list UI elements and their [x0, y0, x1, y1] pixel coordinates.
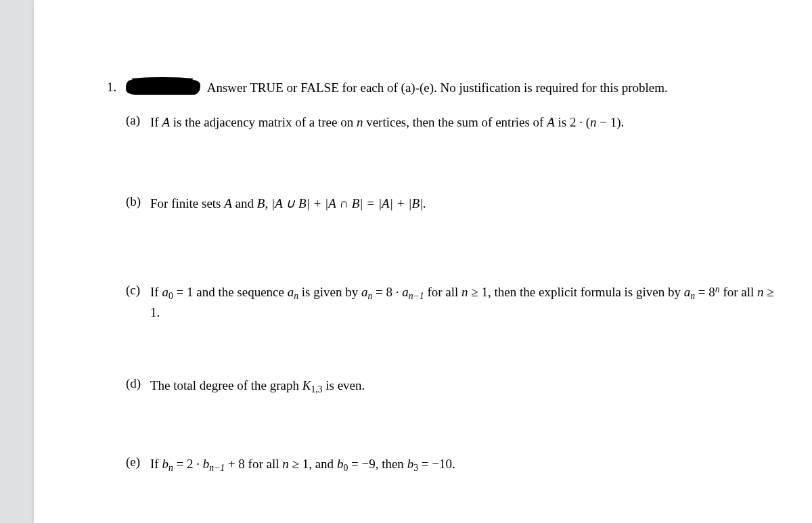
- var-a: a: [288, 285, 294, 299]
- text: ≥ 1, and: [289, 457, 337, 471]
- subpart-label-a: (a): [126, 113, 150, 128]
- redaction-mark: [126, 80, 200, 95]
- text: = 1 and the sequence: [173, 285, 288, 299]
- formula: , |A ∪ B| + |A ∩ B| = |A| + |B|.: [265, 196, 426, 210]
- var-n: n: [461, 285, 468, 299]
- subpart-label-b: (b): [126, 194, 150, 209]
- text: is the adjacency matrix of a tree on: [170, 115, 357, 129]
- var-A: A: [162, 115, 170, 129]
- var-K: K: [302, 378, 311, 392]
- problem-1: 1. Answer TRUE or FALSE for each of (a)-…: [107, 80, 780, 95]
- var-a: a: [162, 285, 168, 299]
- text: is given by: [298, 285, 361, 299]
- var-b: b: [407, 457, 414, 471]
- var-n: n: [357, 115, 363, 129]
- sub: n: [168, 463, 173, 473]
- subpart-label-d: (d): [126, 376, 150, 391]
- subpart-text-d: The total degree of the graph K1,3 is ev…: [150, 376, 780, 396]
- text: ≥ 1, then the explicit formula is given …: [468, 285, 684, 299]
- var-b: b: [203, 457, 210, 471]
- text: is even.: [323, 378, 365, 392]
- sub: 0: [168, 291, 173, 301]
- sub: 1,3: [311, 384, 322, 394]
- var-n: n: [282, 457, 289, 471]
- sub: 3: [413, 463, 418, 473]
- var-n: n: [757, 285, 764, 299]
- var-b: b: [337, 457, 344, 471]
- subpart-text-b: For finite sets A and B, |A ∪ B| + |A ∩ …: [150, 194, 780, 213]
- text: − 1).: [597, 115, 625, 129]
- subpart-text-a: If A is the adjacency matrix of a tree o…: [150, 113, 780, 132]
- sup: n: [715, 284, 720, 294]
- subpart-a: (a) If A is the adjacency matrix of a tr…: [126, 113, 780, 132]
- text: for all: [720, 285, 757, 299]
- problem-number: 1.: [107, 80, 126, 95]
- sub: n−1: [409, 291, 424, 301]
- text: If: [150, 115, 162, 129]
- var-A: A: [547, 115, 555, 129]
- var-a: a: [684, 285, 691, 299]
- intro-text: Answer TRUE or FALSE for each of (a)-(e)…: [204, 81, 668, 95]
- text: = 8 ·: [372, 285, 402, 299]
- text: If: [150, 285, 162, 299]
- text: is 2 · (: [555, 115, 590, 129]
- var-a: a: [402, 285, 409, 299]
- subpart-label-e: (e): [126, 455, 150, 470]
- subpart-label-c: (c): [126, 283, 150, 298]
- text: = −10.: [418, 457, 455, 471]
- text: If: [150, 457, 162, 471]
- var-b: b: [162, 457, 168, 471]
- text: = 8: [695, 285, 715, 299]
- subpart-d: (d) The total degree of the graph K1,3 i…: [126, 376, 780, 396]
- subpart-e: (e) If bn = 2 · bn−1 + 8 for all n ≥ 1, …: [126, 455, 780, 475]
- text: + 8 for all: [225, 457, 282, 471]
- var-A: A: [224, 196, 232, 210]
- text: vertices, then the sum of entries of: [363, 115, 547, 129]
- text: = 2 ·: [173, 457, 203, 471]
- subpart-text-c: If a0 = 1 and the sequence an is given b…: [150, 283, 780, 322]
- subpart-b: (b) For finite sets A and B, |A ∪ B| + |…: [126, 194, 780, 213]
- text: and: [232, 196, 257, 210]
- problem-intro: Answer TRUE or FALSE for each of (a)-(e)…: [126, 80, 780, 95]
- var-B: B: [257, 196, 265, 210]
- text: = −9, then: [348, 457, 407, 471]
- document-page: 1. Answer TRUE or FALSE for each of (a)-…: [34, 0, 812, 523]
- subpart-c: (c) If a0 = 1 and the sequence an is giv…: [126, 283, 780, 322]
- subpart-text-e: If bn = 2 · bn−1 + 8 for all n ≥ 1, and …: [150, 455, 780, 475]
- text: for all: [424, 285, 461, 299]
- sub: n−1: [209, 463, 225, 473]
- var-n: n: [590, 115, 597, 129]
- subparts-list: (a) If A is the adjacency matrix of a tr…: [126, 113, 780, 475]
- text: For finite sets: [150, 196, 224, 210]
- text: The total degree of the graph: [150, 378, 302, 392]
